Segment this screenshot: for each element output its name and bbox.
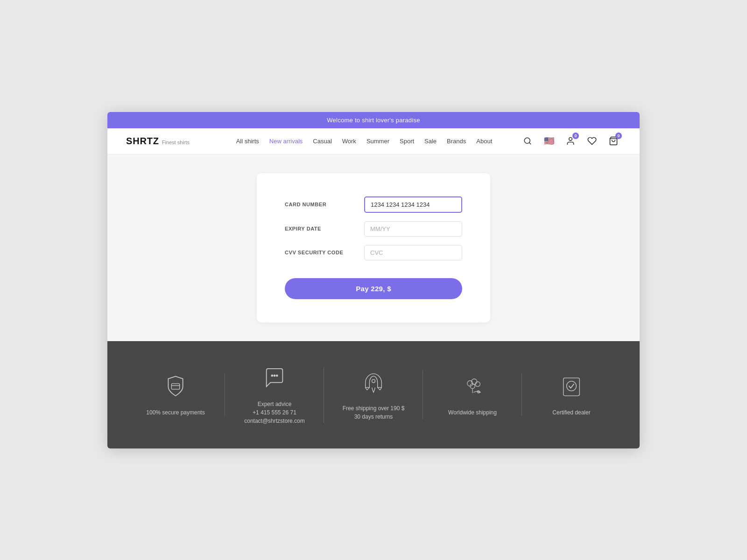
svg-line-1 (529, 142, 530, 144)
nav-summer[interactable]: Summer (366, 138, 389, 145)
cvv-input[interactable] (364, 245, 462, 260)
footer: 100% secure payments Expert advice +1 41… (107, 341, 640, 448)
worldwide-icon (458, 373, 486, 401)
svg-point-6 (271, 375, 273, 376)
svg-point-8 (276, 375, 277, 376)
expiry-label: EXPIRY DATE (285, 226, 364, 231)
nav-brands[interactable]: Brands (447, 138, 466, 145)
nav-work[interactable]: Work (342, 138, 356, 145)
search-button[interactable] (520, 133, 535, 148)
expiry-input[interactable] (364, 221, 462, 237)
nav-sport[interactable]: Sport (400, 138, 414, 145)
cvv-label: CVV SECURITY CODE (285, 250, 364, 255)
feature-free-shipping-title: Free shipping over 190 $ 30 days returns (343, 404, 405, 421)
main-content: CARD NUMBER EXPIRY DATE CVV SECURITY COD… (107, 154, 640, 341)
brand-name: SHRTZ (126, 136, 159, 147)
nav-icons: 🇺🇸 0 (520, 133, 621, 148)
pay-button[interactable]: Pay 229, $ (285, 278, 462, 299)
feature-certified-title: Certified dealer (552, 408, 590, 417)
language-selector[interactable]: 🇺🇸 (542, 133, 557, 148)
navbar: SHRTZ Finest shirts All shirts New arriv… (107, 128, 640, 154)
banner-text: Welcome to shirt lover's paradise (327, 117, 420, 124)
svg-point-9 (372, 379, 375, 383)
svg-point-17 (567, 381, 577, 391)
nav-new-arrivals[interactable]: New arrivals (269, 138, 303, 145)
svg-point-2 (569, 138, 572, 141)
wishlist-button[interactable] (585, 133, 599, 148)
nav-all-shirts[interactable]: All shirts (236, 138, 259, 145)
nav-sale[interactable]: Sale (424, 138, 437, 145)
nav-casual[interactable]: Casual (313, 138, 331, 145)
feature-certified: Certified dealer (522, 368, 621, 421)
footer-features: 100% secure payments Expert advice +1 41… (126, 360, 621, 430)
card-number-label: CARD NUMBER (285, 202, 364, 207)
chat-icon (261, 364, 289, 392)
feature-expert-advice: Expert advice +1 415 555 26 71 contact@s… (225, 360, 324, 430)
top-banner: Welcome to shirt lover's paradise (107, 112, 640, 128)
flag-icon: 🇺🇸 (543, 134, 556, 147)
nav-about[interactable]: About (476, 138, 492, 145)
feature-worldwide-title: Worldwide shipping (448, 408, 497, 417)
svg-rect-4 (171, 384, 179, 389)
payment-form: CARD NUMBER EXPIRY DATE CVV SECURITY COD… (257, 173, 490, 322)
cvv-row: CVV SECURITY CODE (285, 245, 462, 260)
card-number-row: CARD NUMBER (285, 196, 462, 213)
feature-worldwide: Worldwide shipping (423, 368, 522, 421)
cart-button[interactable]: 0 (606, 133, 621, 148)
user-badge: 0 (572, 133, 579, 139)
user-account-button[interactable]: 0 (563, 133, 578, 148)
svg-point-7 (274, 375, 275, 376)
feature-free-shipping: Free shipping over 190 $ 30 days returns (324, 364, 423, 426)
certified-icon (557, 373, 585, 401)
brand-logo[interactable]: SHRTZ Finest shirts (126, 136, 190, 147)
feature-secure-payments: 100% secure payments (126, 368, 225, 421)
expiry-date-row: EXPIRY DATE (285, 221, 462, 237)
card-number-input[interactable] (364, 196, 462, 213)
browser-window: Welcome to shirt lover's paradise SHRTZ … (107, 112, 640, 448)
feature-expert-advice-title: Expert advice +1 415 555 26 71 contact@s… (244, 400, 305, 425)
feature-secure-payments-title: 100% secure payments (146, 408, 204, 417)
cart-badge: 0 (615, 133, 622, 139)
nav-links: All shirts New arrivals Casual Work Summ… (208, 138, 520, 145)
rocket-icon (359, 369, 388, 397)
secure-payment-icon (162, 373, 190, 401)
brand-tagline: Finest shirts (162, 140, 190, 145)
